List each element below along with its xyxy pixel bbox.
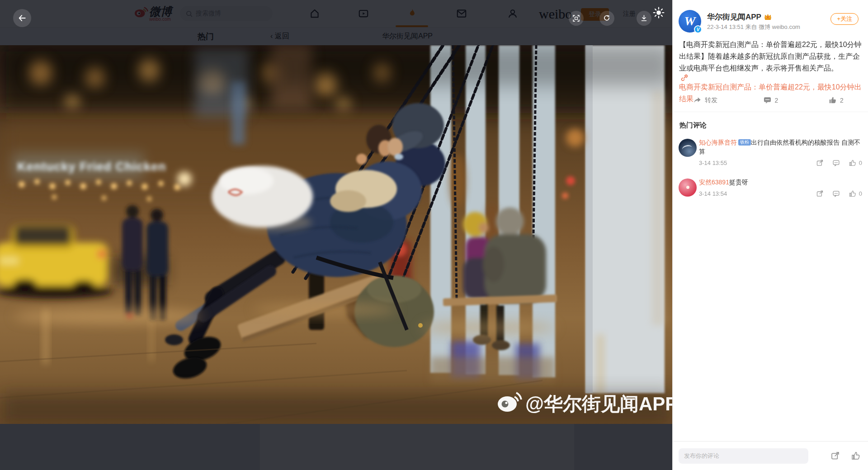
viewer-rotate-button[interactable] [599, 11, 614, 26]
commenter-name[interactable]: 安然63891 [699, 179, 729, 186]
like-button[interactable]: 2 [803, 96, 868, 104]
comment-text-line: 知心海豚音符铁粉出行自由依然看机构的核酸报告 自测不算 [699, 138, 862, 156]
commenter-avatar[interactable] [679, 139, 697, 157]
comment-like-count: 0 [859, 190, 862, 197]
photo-neon-sign-text: Kentucky Fried Chicken [17, 160, 166, 174]
composer-like-icon[interactable] [851, 451, 860, 461]
comment-text: 挺贵呀 [729, 179, 748, 186]
post-time: 22-3-14 13:51 [707, 24, 744, 30]
comment-meta-row: 3-14 13:55 0 [699, 159, 862, 167]
comments-section: 热门评论 知心海豚音符铁粉出行自由依然看机构的核酸报告 自测不算 3-14 13… [673, 113, 868, 202]
link-icon [681, 74, 688, 81]
comment-meta-row: 3-14 13:54 0 [699, 190, 862, 197]
viewer-fullsize-button[interactable] [569, 11, 584, 26]
comment-time: 3-14 13:55 [699, 160, 727, 166]
comment-composer-bar [673, 441, 868, 470]
composer-share-icon[interactable] [830, 451, 840, 461]
verified-badge: V [694, 25, 702, 33]
comment-input[interactable] [679, 448, 808, 464]
comment-item: 安然63891挺贵呀 3-14 13:54 0 [673, 171, 868, 202]
comment-bubble-icon [763, 96, 772, 104]
commenter-name[interactable]: 知心海豚音符 [699, 139, 737, 146]
viewer-download-button[interactable] [637, 11, 651, 26]
comment-like-icon[interactable] [849, 159, 856, 167]
fan-badge: 铁粉 [738, 139, 751, 146]
comment-time: 3-14 13:54 [699, 190, 727, 197]
back-arrow-icon [18, 14, 27, 23]
post-action-bar: 转发 2 2 [673, 89, 868, 112]
post-detail-panel: W V 华尔街见闻APP 22-3-14 13:51 来自 微博 weibo.c… [672, 0, 868, 470]
comment-share-icon[interactable] [816, 159, 824, 167]
comment-like-count: 0 [859, 160, 862, 166]
comments-title: 热门评论 [679, 121, 868, 130]
comment-reply-icon[interactable] [832, 159, 840, 167]
comment-button[interactable]: 2 [738, 96, 803, 104]
weibo-image-viewer: 微博 weibo.com 搜索微博 [0, 0, 868, 470]
comment-item: 知心海豚音符铁粉出行自由依然看机构的核酸报告 自测不算 3-14 13:55 0 [673, 132, 868, 171]
repost-button[interactable]: 转发 [673, 96, 738, 104]
comment-like-icon[interactable] [849, 190, 856, 197]
download-icon [640, 14, 648, 22]
thumbs-up-icon [828, 96, 837, 104]
fullsize-crop-icon [572, 14, 580, 22]
photo-watermark-text: @华尔街见闻APP [525, 393, 672, 414]
photo: Kentucky Fried Chicken [0, 45, 672, 424]
comment-text-line: 安然63891挺贵呀 [699, 178, 862, 187]
photo-scene: Kentucky Fried Chicken [0, 45, 672, 424]
comment-share-icon[interactable] [816, 190, 824, 197]
brightness-sun-icon[interactable] [653, 7, 665, 19]
author-name[interactable]: 华尔街见闻APP [707, 12, 772, 22]
follow-button[interactable]: +关注 [830, 13, 859, 25]
vip-crown-icon [764, 13, 772, 21]
post-source: 来自 微博 weibo.com [745, 24, 800, 30]
repost-arrow-icon [693, 96, 702, 104]
avatar-monogram: W [684, 14, 696, 28]
rotate-icon [603, 14, 611, 22]
post-meta: 22-3-14 13:51 来自 微博 weibo.com [707, 23, 800, 31]
viewer-back-button[interactable] [13, 9, 31, 27]
commenter-avatar[interactable] [679, 179, 697, 197]
comment-reply-icon[interactable] [832, 190, 840, 197]
